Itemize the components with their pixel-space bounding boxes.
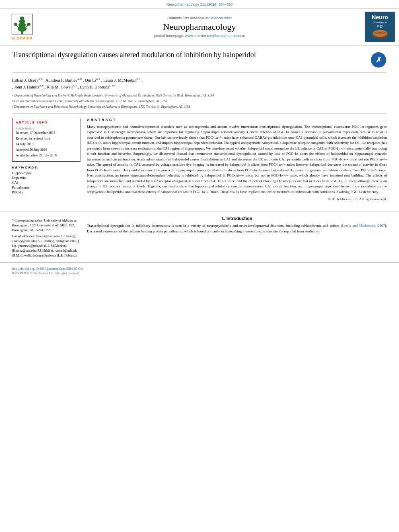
author-6: , Rita M. Cowell: [45, 85, 73, 89]
intro-text-before: Transcriptional dysregulation in inhibit…: [87, 224, 342, 228]
affil-1-text: Department of Neurobiology and Evelyn F.…: [14, 93, 214, 98]
affil-3-sup: c: [12, 105, 13, 109]
author-4-sup: b, c: [136, 77, 140, 80]
author-5-sup: a, b: [39, 84, 43, 87]
author-1-sup: a, b: [39, 77, 43, 80]
crossmark-badge[interactable]: ✗: [371, 52, 387, 68]
email-note: E-mail addresses: lbradylj@uab.edu (L.J.…: [12, 234, 80, 258]
section-number-title: 1. Introduction: [87, 216, 387, 221]
brain-icon: [370, 28, 390, 39]
elsevier-text: ELSEVIER: [12, 36, 33, 40]
svg-point-8: [27, 23, 31, 26]
svg-point-4: [20, 16, 25, 20]
affil-3-text: Department of Psychiatry and Behavioral …: [14, 105, 190, 109]
introduction-section: * Corresponding author. University of Al…: [0, 216, 399, 258]
science-direct-line: Contents lists available at ScienceDirec…: [40, 16, 359, 20]
journal-reference: Neuropharmacology 111 (2016) 304–313: [0, 0, 399, 8]
author-7-sup: a, b: [109, 84, 113, 87]
keyword-5: PGC-1α: [12, 190, 80, 194]
intro-right: 1. Introduction Transcriptional dysregul…: [87, 216, 387, 258]
author-7: , Lynn E. Dobrunz: [78, 85, 109, 89]
science-direct-link[interactable]: ScienceDirect: [210, 16, 232, 20]
article-content: Transcriptional dysregulation causes alt…: [0, 45, 399, 206]
section-number: 1.: [222, 216, 225, 221]
affil-2: b Civitan International Research Center,…: [12, 99, 387, 104]
homepage-line: journal homepage: www.elsevier.com/locat…: [40, 34, 359, 38]
affiliations-block: a Department of Neurobiology and Evelyn …: [12, 93, 387, 114]
keywords-title: Keywords:: [12, 166, 80, 169]
email-label: E-mail addresses:: [12, 234, 36, 238]
online-value: Available online 29 July 2016: [16, 153, 77, 157]
two-col-layout: Article info Article history: Received 1…: [12, 118, 387, 201]
section-divider: [0, 212, 399, 212]
article-info-title: Article info: [16, 121, 77, 124]
affil-1-sup: a: [12, 93, 14, 98]
author-1: Lillian J. Brady: [12, 78, 39, 82]
article-title-block: Transcriptional dysregulation causes alt…: [12, 50, 387, 73]
journal-title: Neuropharmacology: [40, 22, 359, 32]
history-label: Article history:: [16, 127, 77, 130]
keyword-4: Parvalbumin: [12, 185, 80, 189]
author-2-sup: a, b: [78, 77, 82, 80]
abstract-title: Abstract: [87, 118, 387, 122]
journal-header: ELSEVIER Contents lists available at Sci…: [0, 8, 399, 45]
intro-col-layout: * Corresponding author. University of Al…: [12, 216, 387, 258]
page-footer: http://dx.doi.org/10.1016/j.neuropharm.2…: [0, 262, 399, 278]
svg-point-7: [14, 23, 17, 26]
journal-center: Contents lists available at ScienceDirec…: [40, 16, 359, 38]
article-title: Transcriptional dysregulation causes alt…: [12, 50, 367, 60]
issn-text: 0028-3908/© 2016 Elsevier Ltd. All right…: [12, 271, 387, 275]
abstract-text: Many neuropsychiatric and neurodevelopme…: [87, 124, 387, 195]
affil-3: c Department of Psychiatry and Behaviora…: [12, 105, 387, 109]
intro-text: Transcriptional dysregulation in inhibit…: [87, 223, 387, 234]
footer-notes: * Corresponding author. University of Al…: [12, 216, 80, 258]
revised-date: 14 July 2016: [16, 142, 77, 146]
received-value: Received 17 December 2015: [16, 131, 77, 135]
crossmark-icon: ✗: [371, 52, 386, 68]
affil-2-sup: b: [12, 99, 14, 103]
corresponding-mark: *: [113, 84, 115, 87]
journal-logo-right: Neuro pharmaco logy: [359, 12, 395, 42]
article-info-box: Article info Article history: Received 1…: [12, 118, 80, 162]
authors-block: Lillian J. Bradya, b , Aundrea F. Bartle…: [12, 77, 387, 91]
right-column: Abstract Many neuropsychiatric and neuro…: [87, 118, 387, 201]
keyword-3: CA1: [12, 181, 80, 185]
keyword-1: Hippocampus: [12, 171, 80, 175]
journal-logo-image: Neuro pharmaco logy: [365, 12, 395, 42]
author-5: , John J. Hablitz: [12, 85, 39, 89]
corresponding-note: * Corresponding author. University of Al…: [12, 218, 80, 233]
author-4: , Laura J. McMeekin: [101, 78, 136, 82]
author-3: , Qin Li: [83, 78, 96, 82]
elsevier-logo: ELSEVIER: [4, 13, 40, 40]
keyword-2: Dopamine: [12, 176, 80, 180]
intro-left-spacer: * Corresponding author. University of Al…: [12, 216, 80, 258]
author-2: , Aundrea F. Bartley: [43, 78, 78, 82]
accepted-value: Accepted 26 July 2016: [16, 148, 77, 152]
author-3-sup: a, b: [96, 77, 100, 80]
affil-2-text: Civitan International Research Center, U…: [14, 99, 167, 104]
lewis-hashimoto-link[interactable]: Lewis and Hashimoto, 2007: [342, 224, 385, 228]
keywords-box: Keywords: Hippocampus Dopamine CA1 Parva…: [12, 166, 80, 194]
affil-1: a Department of Neurobiology and Evelyn …: [12, 93, 387, 98]
revised-label: Received in revised form: [16, 136, 77, 140]
left-column: Article info Article history: Received 1…: [12, 118, 80, 201]
elsevier-tree-icon: [10, 13, 34, 35]
section-title-text: Introduction: [226, 216, 252, 221]
author-newline: ,: [142, 78, 143, 82]
author-6-sup: b, c: [73, 84, 77, 87]
doi-link[interactable]: http://dx.doi.org/10.1016/j.neuropharm.2…: [12, 267, 387, 271]
homepage-link[interactable]: www.elsevier.com/locate/neuropharm: [185, 34, 245, 38]
copyright-line: © 2016 Elsevier Ltd. All rights reserved…: [87, 197, 387, 201]
